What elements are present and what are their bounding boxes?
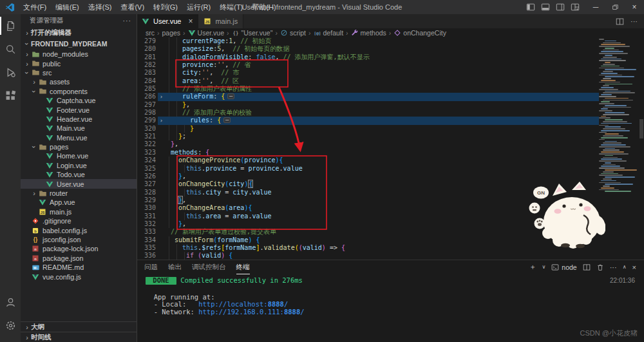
- code-line-297[interactable]: 297},: [137, 101, 599, 109]
- terminal-link[interactable]: http://192.168.0.111:: [198, 308, 284, 316]
- code-line-335[interactable]: 335this.$refs[formName].validate((valid)…: [137, 244, 599, 252]
- tree-item-components[interactable]: ›components: [21, 87, 137, 96]
- tree-item-src[interactable]: ›src: [21, 68, 137, 77]
- code-line-298[interactable]: 298// 添加用户表单的校验: [137, 109, 599, 117]
- new-terminal-icon[interactable]: ＋: [529, 262, 536, 272]
- tree-item-home.vue[interactable]: Home.vue: [21, 151, 137, 160]
- menu-item[interactable]: 运行(R): [182, 0, 215, 14]
- line-number[interactable]: 286: [137, 93, 156, 100]
- line-number[interactable]: 320: [137, 125, 156, 133]
- terminal-link[interactable]: /: [284, 300, 288, 308]
- line-number[interactable]: 324: [137, 157, 156, 164]
- code-line-329[interactable]: 329},: [137, 196, 599, 204]
- tree-item-babel.config.js[interactable]: bbabel.config.js: [21, 225, 137, 234]
- menu-item[interactable]: 转到(G): [149, 0, 182, 14]
- terminal-link[interactable]: /: [300, 308, 304, 316]
- fold-chevron-icon[interactable]: ›: [156, 117, 167, 124]
- tree-item-user.vue[interactable]: User.vue: [21, 179, 137, 188]
- line-number[interactable]: 335: [137, 244, 156, 252]
- layout-sidebar-right-icon[interactable]: [555, 3, 565, 12]
- menu-item[interactable]: 文件(F): [19, 0, 51, 14]
- code-line-320[interactable]: 320}: [137, 125, 599, 133]
- line-number[interactable]: 328: [137, 189, 156, 196]
- code-line-284[interactable]: 284area:'', // 区: [137, 77, 599, 85]
- breadcrumb-methods[interactable]: methods: [351, 29, 386, 37]
- close-panel-icon[interactable]: ×: [632, 263, 636, 271]
- tree-item-header.vue[interactable]: Header.vue: [21, 115, 137, 124]
- code-line-332[interactable]: 332},: [137, 220, 599, 228]
- layout-panel-icon[interactable]: [540, 3, 550, 12]
- menu-item[interactable]: 终端(T): [215, 0, 247, 14]
- tree-item-jsconfig.json[interactable]: {}jsconfig.json: [21, 235, 137, 244]
- code-line-328[interactable]: 328this.city = city.value: [137, 189, 599, 196]
- close-tab-icon[interactable]: ×: [188, 17, 193, 26]
- outline-section[interactable]: › 大纲: [21, 321, 137, 332]
- line-number[interactable]: 332: [137, 220, 156, 228]
- tree-item-captcha.vue[interactable]: Captcha.vue: [21, 96, 137, 105]
- code-line-280[interactable]: 280pagesize:5, // 初始每页的数据: [137, 45, 599, 53]
- activitybar-explorer-icon[interactable]: [0, 14, 21, 37]
- restore-button[interactable]: [605, 0, 625, 14]
- line-number[interactable]: 298: [137, 109, 156, 117]
- line-number[interactable]: 284: [137, 77, 156, 85]
- code-line-333[interactable]: 333// 新增用户表单通过校验,提交表单: [137, 228, 599, 236]
- code-line-286[interactable]: 286›ruleForm: {⋯: [137, 93, 599, 100]
- tree-item-footer.vue[interactable]: Footer.vue: [21, 105, 137, 114]
- open-editors-section[interactable]: › 打开的编辑器: [21, 27, 137, 38]
- terminal-output[interactable]: DONE Compiled successfully in 276ms App …: [146, 277, 567, 316]
- editor-tab-user.vue[interactable]: User.vue×: [137, 14, 198, 28]
- code-line-330[interactable]: 330onChangeArea(area){: [137, 204, 599, 212]
- split-terminal-icon[interactable]: [583, 263, 591, 271]
- tree-item-pages[interactable]: ›pages: [21, 142, 137, 151]
- tree-item-nodemodules[interactable]: ›node_modules: [21, 50, 137, 59]
- menu-item[interactable]: 查看(V): [116, 0, 149, 14]
- tree-item-.gitignore[interactable]: .gitignore: [21, 216, 137, 225]
- code-line-331[interactable]: 331this.area = area.value: [137, 213, 599, 220]
- activitybar-settings-gear-icon[interactable]: [0, 314, 21, 337]
- breadcrumb-pages[interactable]: pages: [162, 29, 181, 37]
- menu-item[interactable]: 帮助(H): [247, 0, 280, 14]
- fold-chevron-icon[interactable]: ›: [156, 93, 167, 100]
- code-line-299[interactable]: 299›rules: {⋯: [137, 117, 599, 124]
- breadcrumb-onchangecity[interactable]: onChangeCity: [393, 29, 446, 37]
- line-number[interactable]: 336: [137, 252, 156, 260]
- line-number[interactable]: 283: [137, 69, 156, 77]
- line-number[interactable]: 285: [137, 85, 156, 93]
- code-line-336[interactable]: 336if (valid) {: [137, 252, 599, 260]
- tree-item-public[interactable]: ›public: [21, 59, 137, 68]
- breadcrumb-user.vue[interactable]: {}"User.vue": [232, 29, 273, 37]
- scrollbar-thumb[interactable]: [639, 119, 643, 138]
- line-number[interactable]: 321: [137, 133, 156, 140]
- project-root-section[interactable]: › FRONTEND_MYDREAM: [21, 38, 137, 49]
- layout-customize-icon[interactable]: [570, 3, 580, 12]
- tree-item-app.vue[interactable]: App.vue: [21, 198, 137, 207]
- tree-item-main.js[interactable]: JSmain.js: [21, 207, 137, 216]
- tree-item-router[interactable]: ›router: [21, 189, 137, 198]
- line-number[interactable]: 333: [137, 228, 156, 236]
- code-line-327[interactable]: 327onChangeCity(city){: [137, 180, 599, 188]
- sidebar-more-icon[interactable]: ···: [123, 17, 132, 24]
- line-number[interactable]: 329: [137, 196, 156, 204]
- code-line-279[interactable]: 279currentPage:1, // 初始页: [137, 37, 599, 45]
- code-line-325[interactable]: 325this.province = province.value: [137, 165, 599, 173]
- code-line-322[interactable]: 322},: [137, 140, 599, 148]
- terminal-link[interactable]: http://localhost:: [198, 300, 267, 308]
- maximize-panel-icon[interactable]: ∧: [623, 264, 627, 270]
- panel-tab-问题[interactable]: 问题: [144, 260, 158, 274]
- breadcrumb-user.vue[interactable]: User.vue: [188, 29, 224, 37]
- line-number[interactable]: 330: [137, 204, 156, 212]
- activitybar-account-icon[interactable]: [0, 290, 21, 314]
- line-number[interactable]: 334: [137, 236, 156, 244]
- code-line-281[interactable]: 281dialogFormVisible: false, // 添加用户弹窗,默…: [137, 53, 599, 61]
- terminal-link[interactable]: 8888: [268, 300, 284, 308]
- breadcrumb-script[interactable]: script: [280, 29, 306, 37]
- line-number[interactable]: 323: [137, 149, 156, 157]
- tree-item-menu.vue[interactable]: Menu.vue: [21, 133, 137, 142]
- code-line-282[interactable]: 282province:'', // 省: [137, 61, 599, 69]
- line-number[interactable]: 282: [137, 61, 156, 69]
- activitybar-extensions-icon[interactable]: [0, 84, 21, 107]
- code-line-326[interactable]: 326},: [137, 173, 599, 180]
- panel-tab-输出[interactable]: 输出: [168, 260, 182, 274]
- terminal-link[interactable]: 8888: [284, 308, 300, 316]
- tree-item-vue.config.js[interactable]: vue.config.js: [21, 272, 137, 281]
